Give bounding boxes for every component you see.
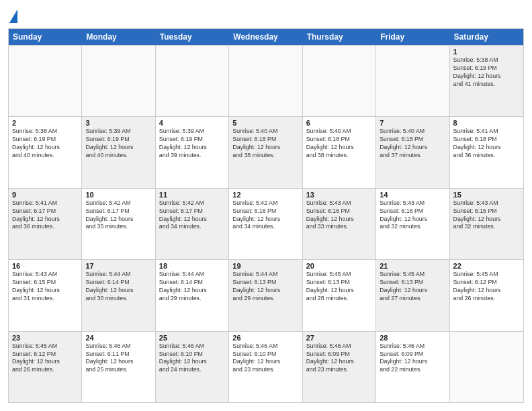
day-number: 28 xyxy=(380,334,445,342)
day-number: 8 xyxy=(453,119,520,127)
day-number: 25 xyxy=(159,334,225,342)
cal-cell: 12Sunrise: 5:42 AM Sunset: 6:16 PM Dayli… xyxy=(229,189,302,259)
cal-week-row: 9Sunrise: 5:41 AM Sunset: 6:17 PM Daylig… xyxy=(9,188,523,259)
day-number: 1 xyxy=(453,48,520,56)
day-number: 4 xyxy=(159,119,225,127)
day-number: 16 xyxy=(12,262,78,270)
day-number: 9 xyxy=(12,191,78,199)
cal-cell: 1Sunrise: 5:38 AM Sunset: 6:19 PM Daylig… xyxy=(450,46,523,116)
day-info: Sunrise: 5:42 AM Sunset: 6:16 PM Dayligh… xyxy=(232,199,298,232)
day-number: 7 xyxy=(380,119,445,127)
cal-cell xyxy=(303,46,376,116)
day-info: Sunrise: 5:43 AM Sunset: 6:16 PM Dayligh… xyxy=(306,199,372,232)
cal-cell: 22Sunrise: 5:45 AM Sunset: 6:12 PM Dayli… xyxy=(450,260,523,330)
day-info: Sunrise: 5:45 AM Sunset: 6:13 PM Dayligh… xyxy=(380,271,445,303)
day-number: 22 xyxy=(453,262,520,270)
cal-cell xyxy=(82,46,155,116)
day-info: Sunrise: 5:42 AM Sunset: 6:17 PM Dayligh… xyxy=(159,199,225,232)
day-info: Sunrise: 5:45 AM Sunset: 6:12 PM Dayligh… xyxy=(453,271,520,303)
cal-header-day: Saturday xyxy=(450,29,523,45)
calendar-body: 1Sunrise: 5:38 AM Sunset: 6:19 PM Daylig… xyxy=(9,45,523,402)
day-number: 23 xyxy=(12,334,78,342)
day-number: 21 xyxy=(380,262,445,270)
cal-cell: 9Sunrise: 5:41 AM Sunset: 6:17 PM Daylig… xyxy=(9,189,82,259)
day-info: Sunrise: 5:41 AM Sunset: 6:17 PM Dayligh… xyxy=(12,199,78,232)
day-info: Sunrise: 5:46 AM Sunset: 6:11 PM Dayligh… xyxy=(85,342,151,375)
day-number: 20 xyxy=(306,262,372,270)
day-info: Sunrise: 5:41 AM Sunset: 6:18 PM Dayligh… xyxy=(453,128,520,160)
day-info: Sunrise: 5:38 AM Sunset: 6:19 PM Dayligh… xyxy=(12,128,78,160)
day-number: 15 xyxy=(453,191,520,199)
day-number: 18 xyxy=(159,262,225,270)
day-info: Sunrise: 5:39 AM Sunset: 6:19 PM Dayligh… xyxy=(85,128,151,160)
cal-week-row: 16Sunrise: 5:43 AM Sunset: 6:15 PM Dayli… xyxy=(9,259,523,330)
day-info: Sunrise: 5:40 AM Sunset: 6:18 PM Dayligh… xyxy=(306,128,372,160)
calendar: SundayMondayTuesdayWednesdayThursdayFrid… xyxy=(8,28,524,403)
day-info: Sunrise: 5:40 AM Sunset: 6:18 PM Dayligh… xyxy=(232,128,298,160)
day-info: Sunrise: 5:45 AM Sunset: 6:13 PM Dayligh… xyxy=(306,271,372,303)
day-number: 26 xyxy=(232,334,298,342)
cal-cell: 8Sunrise: 5:41 AM Sunset: 6:18 PM Daylig… xyxy=(450,117,523,187)
cal-cell: 28Sunrise: 5:46 AM Sunset: 6:09 PM Dayli… xyxy=(376,332,449,402)
day-info: Sunrise: 5:44 AM Sunset: 6:13 PM Dayligh… xyxy=(232,271,298,303)
cal-cell: 16Sunrise: 5:43 AM Sunset: 6:15 PM Dayli… xyxy=(9,260,82,330)
day-number: 10 xyxy=(85,191,151,199)
cal-cell: 13Sunrise: 5:43 AM Sunset: 6:16 PM Dayli… xyxy=(303,189,376,259)
calendar-header: SundayMondayTuesdayWednesdayThursdayFrid… xyxy=(9,29,523,45)
cal-cell: 21Sunrise: 5:45 AM Sunset: 6:13 PM Dayli… xyxy=(376,260,449,330)
cal-cell: 11Sunrise: 5:42 AM Sunset: 6:17 PM Dayli… xyxy=(156,189,229,259)
day-info: Sunrise: 5:43 AM Sunset: 6:15 PM Dayligh… xyxy=(12,271,78,303)
day-number: 24 xyxy=(85,334,151,342)
cal-cell xyxy=(376,46,449,116)
cal-cell: 25Sunrise: 5:46 AM Sunset: 6:10 PM Dayli… xyxy=(156,332,229,402)
cal-cell: 27Sunrise: 5:46 AM Sunset: 6:09 PM Dayli… xyxy=(303,332,376,402)
cal-header-day: Wednesday xyxy=(229,29,302,45)
day-number: 3 xyxy=(85,119,151,127)
cal-cell: 4Sunrise: 5:39 AM Sunset: 6:19 PM Daylig… xyxy=(156,117,229,187)
day-number: 14 xyxy=(380,191,445,199)
day-number: 6 xyxy=(306,119,372,127)
day-info: Sunrise: 5:43 AM Sunset: 6:15 PM Dayligh… xyxy=(453,199,520,232)
cal-cell xyxy=(156,46,229,116)
logo-triangle-icon xyxy=(9,9,17,23)
day-number: 11 xyxy=(159,191,225,199)
cal-cell xyxy=(9,46,82,116)
cal-header-day: Tuesday xyxy=(156,29,229,45)
day-info: Sunrise: 5:43 AM Sunset: 6:16 PM Dayligh… xyxy=(380,199,445,232)
cal-cell: 20Sunrise: 5:45 AM Sunset: 6:13 PM Dayli… xyxy=(303,260,376,330)
logo-icon xyxy=(8,8,17,23)
cal-cell: 18Sunrise: 5:44 AM Sunset: 6:14 PM Dayli… xyxy=(156,260,229,330)
cal-header-day: Sunday xyxy=(9,29,82,45)
logo xyxy=(8,8,17,23)
cal-cell: 15Sunrise: 5:43 AM Sunset: 6:15 PM Dayli… xyxy=(450,189,523,259)
cal-cell: 2Sunrise: 5:38 AM Sunset: 6:19 PM Daylig… xyxy=(9,117,82,187)
day-number: 12 xyxy=(232,191,298,199)
cal-cell: 17Sunrise: 5:44 AM Sunset: 6:14 PM Dayli… xyxy=(82,260,155,330)
day-info: Sunrise: 5:44 AM Sunset: 6:14 PM Dayligh… xyxy=(159,271,225,303)
day-info: Sunrise: 5:46 AM Sunset: 6:10 PM Dayligh… xyxy=(159,342,225,375)
cal-cell: 14Sunrise: 5:43 AM Sunset: 6:16 PM Dayli… xyxy=(376,189,449,259)
day-info: Sunrise: 5:46 AM Sunset: 6:09 PM Dayligh… xyxy=(306,342,372,375)
cal-week-row: 2Sunrise: 5:38 AM Sunset: 6:19 PM Daylig… xyxy=(9,116,523,187)
cal-header-day: Monday xyxy=(82,29,155,45)
day-number: 27 xyxy=(306,334,372,342)
cal-cell: 10Sunrise: 5:42 AM Sunset: 6:17 PM Dayli… xyxy=(82,189,155,259)
cal-header-day: Friday xyxy=(376,29,449,45)
day-number: 2 xyxy=(12,119,78,127)
cal-cell: 19Sunrise: 5:44 AM Sunset: 6:13 PM Dayli… xyxy=(229,260,302,330)
day-number: 17 xyxy=(85,262,151,270)
cal-cell xyxy=(229,46,302,116)
day-number: 5 xyxy=(232,119,298,127)
day-info: Sunrise: 5:39 AM Sunset: 6:19 PM Dayligh… xyxy=(159,128,225,160)
day-info: Sunrise: 5:42 AM Sunset: 6:17 PM Dayligh… xyxy=(85,199,151,232)
day-number: 19 xyxy=(232,262,298,270)
cal-cell: 3Sunrise: 5:39 AM Sunset: 6:19 PM Daylig… xyxy=(82,117,155,187)
cal-cell: 5Sunrise: 5:40 AM Sunset: 6:18 PM Daylig… xyxy=(229,117,302,187)
cal-cell: 6Sunrise: 5:40 AM Sunset: 6:18 PM Daylig… xyxy=(303,117,376,187)
cal-header-day: Thursday xyxy=(303,29,376,45)
cal-cell: 24Sunrise: 5:46 AM Sunset: 6:11 PM Dayli… xyxy=(82,332,155,402)
day-info: Sunrise: 5:45 AM Sunset: 6:12 PM Dayligh… xyxy=(12,342,78,375)
header xyxy=(8,8,524,23)
cal-cell: 23Sunrise: 5:45 AM Sunset: 6:12 PM Dayli… xyxy=(9,332,82,402)
cal-week-row: 1Sunrise: 5:38 AM Sunset: 6:19 PM Daylig… xyxy=(9,45,523,116)
